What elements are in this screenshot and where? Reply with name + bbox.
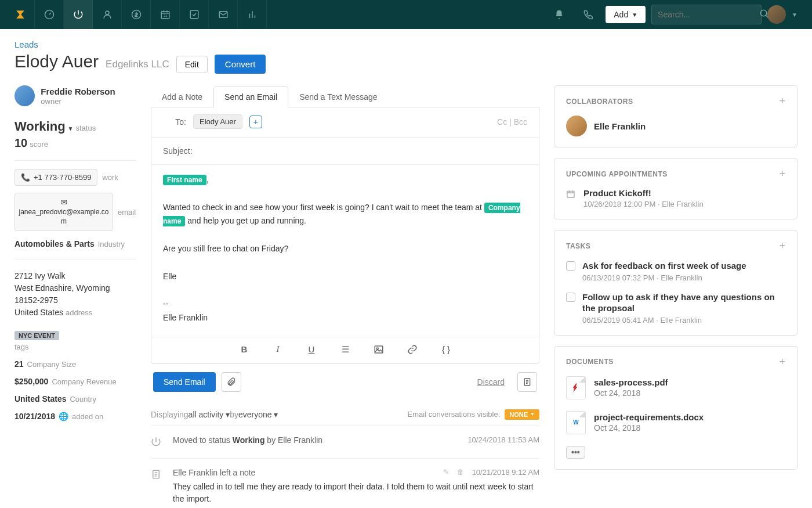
document-date: Oct 24, 2018 [594,388,668,398]
phone-number: +1 773-770-8599 [34,173,91,182]
center-column: Add a Note Send an Email Send a Text Mes… [151,85,539,508]
owner-avatar[interactable] [14,85,35,106]
trash-icon[interactable]: 🗑 [457,468,464,476]
pdf-icon [566,376,586,399]
compose-panel: To: Elody Auer + Cc | Bcc Subject: First… [151,107,539,364]
activity-note-body: They called in to tell me they are ready… [173,481,539,505]
power-icon[interactable] [64,0,93,29]
convert-button[interactable]: Convert [215,55,266,74]
user-avatar[interactable] [767,5,786,24]
add-button[interactable]: Add ▼ [606,6,646,23]
address-block: 2712 Ivy Walk West Ednashire, Wyoming 18… [14,270,136,319]
person-icon[interactable] [93,0,122,29]
attach-button[interactable] [222,372,241,392]
subject-field[interactable]: Subject: [151,138,539,165]
svg-point-6 [760,10,767,16]
owner-role-label: owner [41,97,61,106]
add-recipient-button[interactable]: + [249,116,262,128]
envelope-icon: ✉ [61,198,67,207]
document-row[interactable]: sales-process.pdf Oct 24, 2018 [566,376,785,399]
phone-icon[interactable] [577,9,600,20]
edit-icon[interactable]: ✎ [443,468,449,476]
added-on-value: 10/21/2018 [14,412,55,421]
search-input-wrap[interactable] [651,5,762,24]
tags-label: tags [14,343,136,351]
tasks-card: TASKS + Ask for feedback on first week o… [554,230,798,336]
document-row[interactable]: W project-requirements.docx Oct 24, 2018 [566,411,785,434]
added-on-label: added on [72,412,103,421]
power-icon [151,435,165,449]
link-icon[interactable] [404,344,420,356]
activity-user-filter[interactable]: everyone ▾ [238,410,278,419]
document-name: project-requirements.docx [594,412,704,422]
subject-label: Subject: [163,146,193,156]
activity-timestamp: 10/21/2018 9:12 AM [472,468,539,477]
tag-pill[interactable]: NYC EVENT [14,331,59,340]
bell-icon[interactable] [548,9,571,20]
task-meta: 06/15/2019 05:41 AM · Elle Franklin [582,316,785,325]
add-task-button[interactable]: + [779,240,785,252]
list-icon[interactable]: ☰ [337,344,353,356]
dollar-icon[interactable] [122,0,151,29]
mail-icon[interactable] [209,0,238,29]
svg-rect-7 [375,346,383,353]
tab-send-email[interactable]: Send an Email [213,86,288,107]
owner-name: Freddie Roberson [41,87,115,96]
more-button[interactable]: ••• [566,446,585,459]
collaborator-row[interactable]: Elle Franklin [566,116,785,136]
discard-link[interactable]: Discard [477,377,505,387]
address-country: United States [14,308,63,317]
task-title[interactable]: Follow up to ask if they have any questi… [582,291,785,314]
address-citystate: West Ednashire, Wyoming 18152-2975 [14,282,136,307]
task-row: Ask for feedback on first week of usage … [566,260,785,282]
add-appointment-button[interactable]: + [779,168,785,180]
appointment-row[interactable]: Product Kickoff! 10/26/2018 12:00 PM · E… [566,188,785,208]
breadcrumb[interactable]: Leads [14,39,798,49]
tasks-title: TASKS [566,242,590,250]
document-date: Oct 24, 2018 [594,423,704,433]
tab-send-text[interactable]: Send a Text Message [288,86,388,107]
email-pill[interactable]: ✉ janea_predovic@example.com [14,193,113,231]
chevron-down-icon[interactable]: ▼ [68,125,74,132]
tab-add-note[interactable]: Add a Note [151,86,213,107]
add-collaborator-button[interactable]: + [779,95,785,107]
italic-icon[interactable]: I [270,344,286,356]
document-name: sales-process.pdf [594,377,668,387]
check-icon[interactable] [180,0,209,29]
collaborator-name: Elle Franklin [594,121,646,131]
cc-link[interactable]: Cc [497,117,507,127]
calendar-icon[interactable]: 31 [151,0,180,29]
logo-icon[interactable] [6,0,35,29]
chevron-down-icon[interactable]: ▼ [792,12,798,18]
image-icon[interactable] [371,344,387,356]
add-document-button[interactable]: + [779,356,785,368]
search-input[interactable] [658,10,759,19]
task-title[interactable]: Ask for feedback on first week of usage [582,260,746,272]
phone-pill[interactable]: 📞 +1 773-770-8599 [14,169,97,186]
address-street: 2712 Ivy Walk [14,270,136,282]
task-checkbox[interactable] [566,261,575,271]
merge-tag-firstname[interactable]: First name [163,175,206,185]
email-body[interactable]: First name, Wanted to check in and see h… [151,165,539,337]
bcc-link[interactable]: Bcc [514,117,527,127]
dashboard-icon[interactable] [35,0,64,29]
send-email-button[interactable]: Send Email [153,372,216,392]
task-checkbox[interactable] [566,293,575,302]
underline-icon[interactable]: U [303,344,320,356]
score-label: score [30,140,48,149]
svg-rect-11 [567,191,574,197]
activity-type-filter[interactable]: all activity ▾ [188,410,230,419]
code-icon[interactable]: { } [438,344,454,356]
collaborators-title: COLLABORATORS [566,98,633,106]
visibility-badge[interactable]: NONE ▼ [505,409,539,420]
reports-icon[interactable] [238,0,267,29]
bold-icon[interactable]: B [236,344,252,356]
industry-value: Automobiles & Parts [14,239,95,248]
activity-item: Elle Franklin left a note ✎ 🗑 10/21/2018… [151,459,539,508]
industry-label: Industry [98,240,125,248]
recipient-chip[interactable]: Elody Auer [193,114,242,129]
edit-button[interactable]: Edit [176,56,208,73]
topbar-right: Add ▼ ▼ [548,5,806,24]
template-button[interactable] [517,372,537,392]
status-value[interactable]: Working [14,119,66,134]
